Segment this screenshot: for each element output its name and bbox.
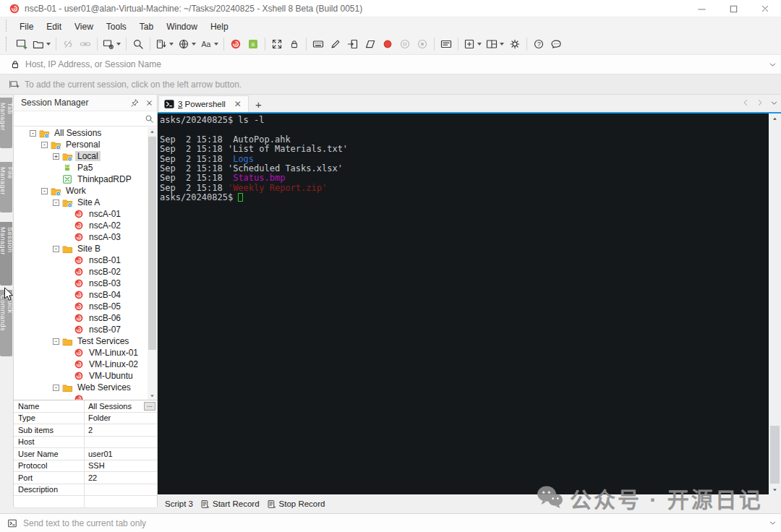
send-input-button[interactable]: [344, 35, 362, 53]
dropdown-caret-icon[interactable]: [192, 43, 196, 46]
menu-tab[interactable]: Tab: [133, 20, 160, 34]
tab-powershell[interactable]: 3 Powershell ✕: [158, 95, 249, 112]
property-value[interactable]: SSH: [85, 460, 157, 472]
panel-close-icon[interactable]: [142, 99, 155, 107]
tab-settings-button[interactable]: [506, 35, 524, 53]
message-log-button[interactable]: [438, 35, 455, 53]
property-value[interactable]: 2: [85, 424, 157, 436]
tree-item-nscb-02[interactable]: nscB-02: [14, 266, 157, 278]
pin-icon[interactable]: [128, 98, 141, 108]
tree-item-nscb-06[interactable]: nscB-06: [14, 312, 157, 324]
menu-file[interactable]: File: [13, 20, 40, 34]
side-tab-file-manager[interactable]: File Manager: [0, 162, 12, 213]
tree-item-local[interactable]: +Local: [14, 150, 157, 162]
find-button[interactable]: [129, 35, 147, 53]
address-dropdown-arrow[interactable]: [764, 61, 781, 69]
font-button[interactable]: Aa: [198, 35, 221, 53]
compose-pane-button[interactable]: [327, 35, 344, 53]
tree-item-nscb-05[interactable]: nscB-05: [14, 301, 157, 312]
property-value[interactable]: Folder: [85, 413, 157, 424]
menu-view[interactable]: View: [68, 20, 100, 34]
feedback-button[interactable]: [547, 35, 565, 53]
dropdown-caret-icon[interactable]: [116, 43, 121, 46]
open-sessions-button[interactable]: [30, 35, 53, 53]
tree-item-web-services[interactable]: -Web Services: [14, 382, 157, 393]
tree-item-vm-linux-02[interactable]: VM-Linux-02: [14, 359, 157, 370]
scroll-down-icon[interactable]: [148, 391, 157, 400]
property-value[interactable]: [85, 484, 157, 496]
tree-item-nscb-01[interactable]: nscB-01: [14, 254, 157, 266]
tree-item-all-sessions[interactable]: -All Sessions: [14, 127, 157, 139]
start-record-button[interactable]: Start Record: [200, 499, 260, 509]
dropdown-caret-icon[interactable]: [46, 43, 51, 46]
expand-icon[interactable]: +: [53, 153, 59, 160]
send-target-dropdown-icon[interactable]: [764, 519, 781, 527]
term-scroll-up-icon[interactable]: [769, 113, 781, 124]
collapse-icon[interactable]: -: [53, 200, 59, 206]
menu-help[interactable]: Help: [204, 20, 235, 34]
tree-item-nscb-04[interactable]: nscB-04: [14, 289, 157, 301]
tree-scrollbar[interactable]: [148, 127, 157, 400]
tree-item-personal[interactable]: -Personal: [14, 139, 157, 150]
xshell-app-button[interactable]: [227, 35, 244, 53]
tab-scroll-left-icon[interactable]: [741, 97, 750, 110]
new-session-button[interactable]: [13, 35, 30, 53]
tree-item-thinkpadrdp[interactable]: ThinkpadRDP: [14, 173, 157, 185]
toolbar-grip[interactable]: [6, 37, 9, 51]
encoding-button[interactable]: [176, 35, 198, 53]
tree-item-nsca-02[interactable]: nscA-02: [14, 220, 157, 231]
property-value[interactable]: [85, 496, 157, 507]
tree-item-pa5[interactable]: Pa5: [14, 162, 157, 173]
tree-item-nscb-07[interactable]: nscB-07: [14, 324, 157, 335]
stop-record-button[interactable]: Stop Record: [267, 499, 325, 509]
session-search-input[interactable]: [14, 114, 141, 123]
address-input[interactable]: [25, 59, 764, 69]
property-value[interactable]: [85, 437, 157, 448]
terminal-scrollbar[interactable]: [769, 113, 781, 494]
tree-item-vm-linux-01[interactable]: VM-Linux-01: [14, 347, 157, 359]
tree-item-partial[interactable]: [14, 393, 157, 400]
title-bar[interactable]: nscB-01 - user01@alan-Virtual-Machine: ~…: [0, 0, 781, 17]
property-value[interactable]: 22: [85, 472, 157, 484]
menubar-grip[interactable]: [6, 20, 9, 31]
term-scroll-down-icon[interactable]: [769, 484, 781, 494]
collapse-icon[interactable]: -: [41, 188, 48, 194]
tree-item-nscb-03[interactable]: nscB-03: [14, 278, 157, 289]
browse-button[interactable]: ...: [144, 402, 155, 411]
record-start-button[interactable]: [379, 35, 396, 53]
tree-item-test-services[interactable]: -Test Services: [14, 335, 157, 347]
terminal-screen[interactable]: asks/20240825$ ls -lSep 2 15:18 AutoPop.…: [158, 113, 781, 494]
highlight-set-button[interactable]: [362, 35, 379, 53]
xftp-app-button[interactable]: a: [244, 35, 262, 53]
collapse-icon[interactable]: -: [53, 385, 59, 391]
menu-window[interactable]: Window: [160, 20, 204, 34]
tree-item-work[interactable]: -Work: [14, 185, 157, 197]
maximize-button[interactable]: [717, 0, 749, 17]
menu-tools[interactable]: Tools: [100, 20, 133, 34]
dropdown-caret-icon[interactable]: [500, 43, 504, 46]
search-icon[interactable]: [141, 114, 157, 124]
help-button[interactable]: ?: [530, 35, 547, 53]
new-tab-button[interactable]: +: [249, 98, 268, 112]
tree-item-nsca-01[interactable]: nscA-01: [14, 208, 157, 220]
send-text-input[interactable]: [23, 518, 764, 528]
session-manager-header[interactable]: Session Manager: [14, 95, 157, 111]
session-properties-button[interactable]: [101, 35, 123, 53]
tab-list-dropdown-icon[interactable]: [770, 97, 778, 110]
file-transfer-button[interactable]: [153, 35, 176, 53]
dropdown-caret-icon[interactable]: [214, 43, 218, 46]
term-scroll-thumb[interactable]: [770, 426, 780, 484]
side-tab-session-manager[interactable]: Session Manager: [0, 222, 12, 286]
dropdown-caret-icon[interactable]: [477, 43, 482, 46]
tree-scroll-thumb[interactable]: [148, 137, 156, 350]
lock-screen-button[interactable]: [286, 35, 303, 53]
tree-item-nsca-03[interactable]: nscA-03: [14, 231, 157, 243]
collapse-icon[interactable]: -: [41, 142, 48, 148]
tab-scroll-right-icon[interactable]: [756, 97, 764, 110]
menu-edit[interactable]: Edit: [40, 20, 68, 34]
collapse-icon[interactable]: -: [30, 130, 36, 137]
fullscreen-button[interactable]: [268, 35, 286, 53]
tree-item-vm-ubuntu[interactable]: VM-Ubuntu: [14, 370, 157, 382]
scroll-up-icon[interactable]: [148, 127, 157, 136]
property-value[interactable]: All Sessions...: [85, 400, 157, 412]
